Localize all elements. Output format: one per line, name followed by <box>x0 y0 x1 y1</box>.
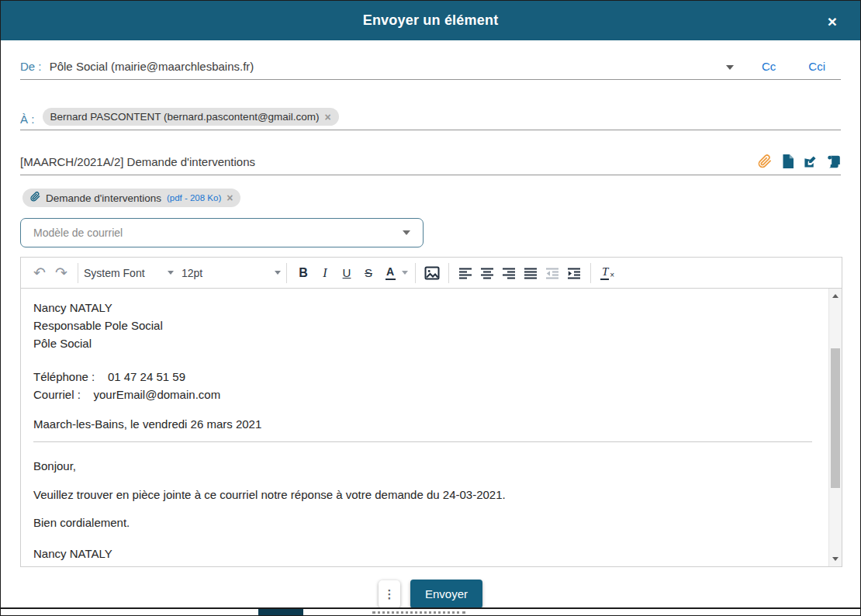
underline-button[interactable]: U <box>336 262 358 284</box>
editor-toolbar: ↶ ↷ System Font 12pt B I U S A <box>21 258 842 289</box>
editor-horizontal-rule <box>33 441 812 442</box>
email-template-placeholder: Modèle de courriel <box>33 227 123 239</box>
font-family-value: System Font <box>84 267 145 279</box>
clear-formatting-t: T <box>600 265 609 280</box>
recipient-chip-text: Bernard PASCONTENT (bernard.pascontent@g… <box>50 111 320 123</box>
font-size-select[interactable]: 12pt <box>182 262 281 284</box>
chevron-down-icon <box>168 271 174 275</box>
scrollbar-thumb[interactable] <box>831 348 840 488</box>
chevron-down-icon[interactable] <box>402 271 408 275</box>
toolbar-separator <box>415 263 416 283</box>
strikethrough-button[interactable]: S <box>358 262 379 284</box>
subject-input[interactable]: [MAARCH/2021A/2] Demande d'interventions <box>20 155 255 168</box>
to-label: À : <box>20 112 38 126</box>
rich-text-editor: ↶ ↷ System Font 12pt B I U S A <box>20 257 842 567</box>
editor-line: Pôle Social <box>33 334 814 352</box>
scroll-icon[interactable] <box>827 155 841 168</box>
attachment-meta: (pdf - 208 Ko) <box>167 193 221 202</box>
recipient-remove-icon[interactable]: × <box>325 112 331 123</box>
redo-icon[interactable]: ↷ <box>50 262 72 284</box>
send-button[interactable]: Envoyer <box>410 580 482 608</box>
editor-line: Courriel : yourEmail@domain.com <box>33 386 814 403</box>
file-icon[interactable] <box>782 154 794 168</box>
editor-line: Nancy NATALY <box>33 545 814 562</box>
text-color-letter: A <box>386 266 394 277</box>
email-body-textarea[interactable]: Nancy NATALY Responsable Pole Social Pôl… <box>21 289 828 566</box>
italic-button[interactable]: I <box>314 262 336 284</box>
indent-icon[interactable] <box>563 262 585 284</box>
editor-scrollbar[interactable] <box>828 289 842 566</box>
paperclip-icon[interactable] <box>758 154 772 168</box>
modal-title: Envoyer un élément <box>363 12 499 29</box>
toolbar-separator <box>286 263 287 283</box>
attachment-row: Demande d'interventions (pdf - 208 Ko) × <box>22 188 841 208</box>
recipient-chip[interactable]: Bernard PASCONTENT (bernard.pascontent@g… <box>43 108 339 126</box>
to-row: À : Bernard PASCONTENT (bernard.pasconte… <box>20 80 841 130</box>
align-left-icon[interactable] <box>455 262 476 284</box>
toolbar-separator <box>590 263 591 283</box>
edit-icon[interactable] <box>804 155 817 168</box>
text-color-button[interactable]: A <box>379 262 401 284</box>
font-family-select[interactable]: System Font <box>84 262 174 284</box>
scroll-up-icon[interactable] <box>832 294 839 298</box>
editor-line: Bien cordialement. <box>33 514 814 531</box>
editor-line: Responsable Pole Social <box>33 317 814 334</box>
toolbar-separator <box>78 263 78 283</box>
editor-line: Veuillez trouver en pièce jointe à ce co… <box>33 486 814 504</box>
font-size-value: 12pt <box>182 267 202 279</box>
attachment-name: Demande d'interventions <box>46 192 161 204</box>
modal-header: Envoyer un élément × <box>1 1 860 40</box>
subject-icon-group <box>758 154 841 168</box>
editor-line: Bonjour, <box>33 457 814 475</box>
editor-line: Téléphone : 01 47 24 51 59 <box>33 368 814 386</box>
from-row: De : Pôle Social (mairie@maarchlesbains.… <box>20 40 841 80</box>
align-center-icon[interactable] <box>476 262 498 284</box>
subject-row: [MAARCH/2021A/2] Demande d'interventions <box>20 130 841 175</box>
from-select-value[interactable]: Pôle Social (mairie@maarchlesbains.fr) <box>50 60 254 73</box>
outdent-icon[interactable] <box>541 262 563 284</box>
align-right-icon[interactable] <box>498 262 520 284</box>
from-caret-down-icon[interactable] <box>726 65 734 70</box>
bold-button[interactable]: B <box>292 262 314 284</box>
scroll-down-icon[interactable] <box>832 557 839 561</box>
attachment-remove-icon[interactable]: × <box>226 192 233 203</box>
vertical-dots-icon: ⋮ <box>383 587 395 601</box>
attachment-paperclip-icon <box>30 192 40 204</box>
send-element-modal: Envoyer un élément × De : Pôle Social (m… <box>0 0 861 616</box>
cc-link[interactable]: Cc <box>762 60 776 73</box>
background-fragment <box>258 609 303 615</box>
email-template-select[interactable]: Modèle de courriel <box>20 218 424 247</box>
more-options-button[interactable]: ⋮ <box>379 580 400 608</box>
toolbar-separator <box>448 263 449 283</box>
editor-line: Nancy NATALY <box>33 299 814 317</box>
editor-body: Nancy NATALY Responsable Pole Social Pôl… <box>21 289 842 566</box>
chevron-down-icon <box>275 271 281 275</box>
editor-line: Maarch-les-Bains, le vendredi 26 mars 20… <box>33 415 814 433</box>
clear-formatting-x: × <box>610 271 614 279</box>
cci-link[interactable]: Cci <box>808 60 825 73</box>
page-behind-modal <box>1 609 860 615</box>
select-arrow-icon <box>403 230 410 235</box>
modal-footer: ⋮ Envoyer <box>1 580 860 608</box>
background-fragment <box>372 611 465 614</box>
insert-image-icon[interactable] <box>421 262 443 284</box>
attachment-chip[interactable]: Demande d'interventions (pdf - 208 Ko) × <box>22 189 240 207</box>
clear-formatting-button[interactable]: T × <box>596 262 618 284</box>
align-justify-icon[interactable] <box>520 262 541 284</box>
close-icon[interactable]: × <box>828 12 837 29</box>
text-color-bar <box>386 279 396 280</box>
undo-icon[interactable]: ↶ <box>29 262 50 284</box>
from-label: De : <box>20 60 45 73</box>
